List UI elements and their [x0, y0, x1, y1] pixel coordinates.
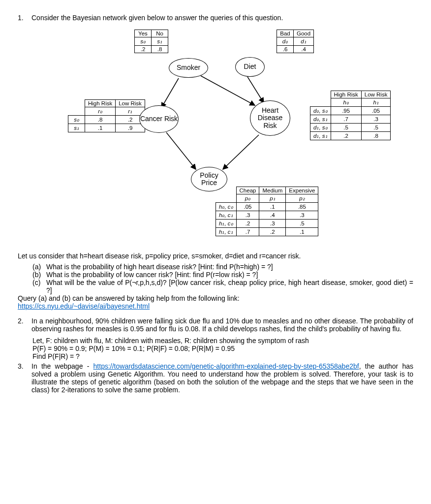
q1-intro: Consider the Bayesian network given belo… — [31, 14, 413, 22]
node-diet: Diet — [235, 57, 265, 77]
q3-number: 3. — [18, 362, 31, 394]
q2-p2: Let, F: children with flu, M: children w… — [32, 337, 413, 345]
svg-line-3 — [166, 132, 196, 169]
q1-query-note: Query (a) and (b) can be answered by tak… — [18, 294, 413, 302]
heart-risk-table: High RiskLow Risk h₀h₁ d₀, s₀.95.05 d₀, … — [310, 91, 391, 140]
node-heart: Heart Disease Risk — [250, 100, 290, 136]
svg-line-2 — [247, 77, 264, 103]
question-2: 2. In a neighbourhood, 90% children were… — [18, 317, 413, 333]
bayesnet-link[interactable]: https://cs.nyu.edu/~davise/ai/bayesnet.h… — [18, 302, 150, 310]
svg-line-1 — [201, 76, 255, 105]
svg-line-0 — [161, 78, 179, 108]
q1-a: (a) What is the probability of high hear… — [32, 263, 413, 271]
svg-line-4 — [223, 135, 259, 169]
q3-body: In the webpage - https://towardsdatascie… — [31, 362, 413, 394]
q2-p3: P(F) = 90% = 0.9; P(M) = 10% = 0.1; P(R|… — [32, 345, 413, 352]
q1-number: 1. — [18, 14, 31, 22]
q1-c: (c) What will be the value of P(¬r,p,h,s… — [32, 279, 413, 294]
q1-b: (b) What is the probability of low cance… — [32, 271, 413, 279]
question-1: 1. Consider the Bayesian network given b… — [18, 14, 413, 22]
q2-p4: Find P(F|R) = ? — [32, 352, 413, 360]
policy-price-table: CheapMediumExpensive p₀p₁p₂ h₀, c₀.05.1.… — [216, 187, 318, 236]
question-3: 3. In the webpage - https://towardsdatas… — [18, 362, 413, 394]
node-cancer: Cancer Risk — [139, 105, 179, 133]
genetic-algo-link[interactable]: https://towardsdatascience.com/genetic-a… — [93, 362, 359, 370]
q1-consider: Let us consider that h=heart disease ris… — [18, 252, 413, 260]
cancer-risk-table: High RiskLow Risk r₀r₁ s₀.8.2 s₁.1.9 — [68, 99, 145, 132]
node-policy: Policy Price — [191, 167, 227, 191]
bayesian-network-diagram: YesNo s₀s₁ .2.8 BadGood d₀d₁ .6.4 High R… — [29, 27, 402, 243]
diet-table: BadGood d₀d₁ .6.4 — [277, 30, 314, 53]
smoker-table: YesNo s₀s₁ .2.8 — [134, 30, 168, 53]
node-smoker: Smoker — [169, 58, 208, 78]
q2-number: 2. — [18, 317, 31, 333]
q2-p1: In a neighbourhood, 90% children were fa… — [31, 317, 413, 333]
